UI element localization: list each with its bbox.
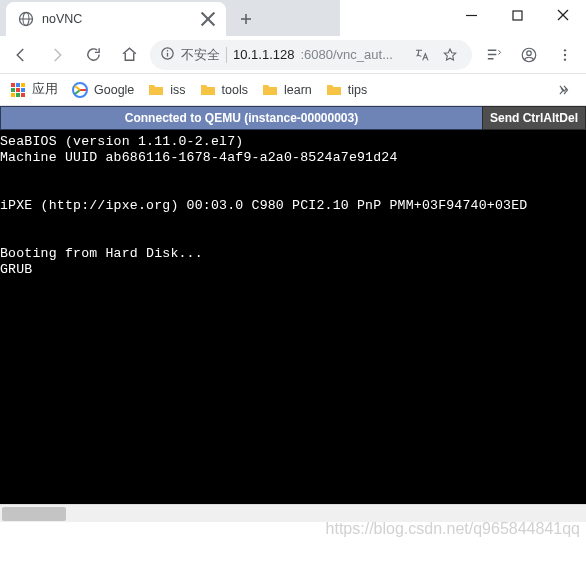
send-ctrlaltdel-button[interactable]: Send CtrlAltDel [482, 106, 586, 130]
globe-icon [18, 11, 34, 27]
address-bar[interactable]: 不安全 10.1.1.128:6080/vnc_aut... [150, 40, 472, 70]
svg-rect-25 [11, 93, 15, 97]
apps-shortcut[interactable]: 应用 [10, 81, 58, 98]
svg-rect-21 [21, 83, 25, 87]
reading-list-icon[interactable] [478, 40, 508, 70]
google-icon [72, 82, 88, 98]
url-path: :6080/vnc_aut... [300, 47, 393, 62]
bookmark-google[interactable]: Google [72, 82, 134, 98]
svg-point-16 [564, 49, 566, 51]
bookmark-folder-tools[interactable]: tools [200, 82, 248, 98]
url-host: 10.1.1.128 [233, 47, 294, 62]
apps-icon [10, 82, 26, 98]
tab-close-button[interactable] [200, 11, 216, 27]
svg-rect-19 [11, 83, 15, 87]
window-minimize-button[interactable] [448, 0, 494, 30]
window-close-button[interactable] [540, 0, 586, 30]
bookmark-label: Google [94, 83, 134, 97]
apps-label: 应用 [32, 81, 58, 98]
vnc-status-bar: Connected to QEMU (instance-00000003) Se… [0, 106, 586, 130]
insecure-label: 不安全 [181, 46, 220, 64]
translate-icon[interactable] [410, 43, 434, 67]
new-tab-button[interactable] [232, 5, 260, 33]
back-button[interactable] [6, 40, 36, 70]
horizontal-scrollbar[interactable] [0, 504, 586, 522]
bookmark-label: tools [222, 83, 248, 97]
folder-icon [326, 82, 342, 98]
svg-point-13 [167, 49, 169, 51]
browser-toolbar: 不安全 10.1.1.128:6080/vnc_aut... [0, 36, 586, 74]
svg-rect-23 [16, 88, 20, 92]
svg-rect-26 [16, 93, 20, 97]
home-button[interactable] [114, 40, 144, 70]
folder-icon [148, 82, 164, 98]
svg-rect-1 [513, 11, 522, 20]
svg-rect-27 [21, 93, 25, 97]
folder-icon [200, 82, 216, 98]
star-icon[interactable] [438, 43, 462, 67]
divider [226, 47, 227, 63]
profile-icon[interactable] [514, 40, 544, 70]
scrollbar-thumb[interactable] [2, 507, 66, 521]
forward-button[interactable] [42, 40, 72, 70]
watermark-text: https://blog.csdn.net/q965844841qq [326, 520, 580, 538]
bookmarks-overflow-button[interactable] [552, 78, 576, 102]
tab-strip: noVNC [0, 0, 340, 36]
svg-rect-24 [21, 88, 25, 92]
menu-button[interactable] [550, 40, 580, 70]
browser-tab[interactable]: noVNC [6, 2, 226, 36]
bookmark-label: tips [348, 83, 367, 97]
reload-button[interactable] [78, 40, 108, 70]
folder-icon [262, 82, 278, 98]
window-maximize-button[interactable] [494, 0, 540, 30]
bookmarks-bar: 应用 Google iss tools learn tips [0, 74, 586, 106]
svg-rect-22 [11, 88, 15, 92]
bookmark-folder-learn[interactable]: learn [262, 82, 312, 98]
bookmark-label: learn [284, 83, 312, 97]
svg-point-17 [564, 53, 566, 55]
info-icon[interactable] [160, 46, 175, 64]
tab-title: noVNC [42, 12, 82, 26]
svg-point-18 [564, 58, 566, 60]
svg-rect-20 [16, 83, 20, 87]
bookmark-folder-tips[interactable]: tips [326, 82, 367, 98]
svg-point-15 [527, 50, 532, 55]
bookmark-folder-iss[interactable]: iss [148, 82, 185, 98]
vnc-terminal[interactable]: SeaBIOS (version 1.11.0-2.el7) Machine U… [0, 130, 586, 504]
bookmark-label: iss [170, 83, 185, 97]
vnc-connection-status: Connected to QEMU (instance-00000003) [0, 106, 482, 130]
